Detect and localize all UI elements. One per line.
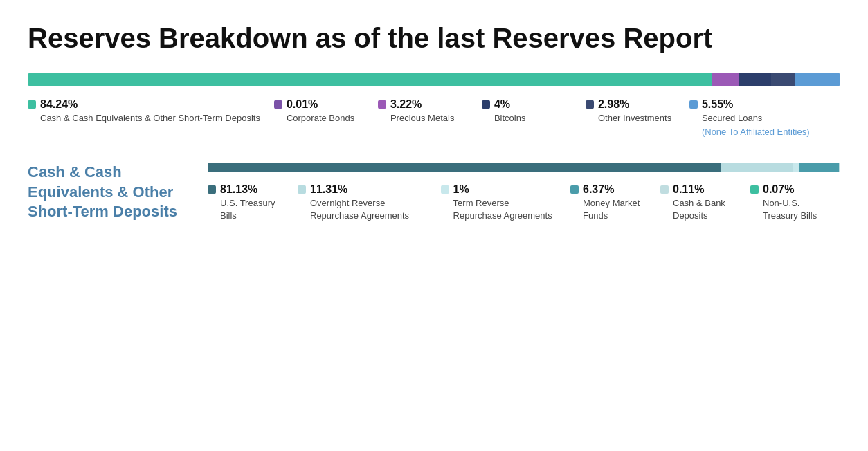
section-right: 81.13%U.S. Treasury Bills11.31%Overnight…: [208, 163, 840, 221]
page-title: Reserves Breakdown as of the last Reserv…: [28, 22, 840, 54]
legend-header: 0.07%: [750, 183, 829, 196]
legend-label: Corporate Bonds: [287, 112, 364, 125]
legend-percentage: 2.98%: [598, 98, 629, 111]
legend-percentage: 81.13%: [220, 183, 257, 196]
legend-color-dot: [689, 100, 698, 109]
legend-item: 81.13%U.S. Treasury Bills: [208, 183, 298, 221]
legend-header: 11.31%: [298, 183, 430, 196]
legend-item: 11.31%Overnight Reverse Repurchase Agree…: [298, 183, 441, 221]
legend-percentage: 5.55%: [702, 98, 733, 111]
bar-segment: [840, 163, 840, 172]
bottom-section: Cash & Cash Equivalents & Other Short-Te…: [28, 163, 840, 222]
legend-item: 0.01%Corporate Bonds: [274, 98, 378, 138]
legend-percentage: 1%: [453, 183, 469, 196]
bar-segment: [799, 163, 839, 172]
legend-percentage: 3.22%: [390, 98, 422, 111]
legend-color-dot: [298, 185, 306, 194]
top-legend: 84.24%Cash & Cash Equivalents & Other Sh…: [28, 98, 840, 138]
section-label: Cash & Cash Equivalents & Other Short-Te…: [28, 163, 208, 222]
legend-label: Precious Metals: [390, 112, 468, 125]
legend-item: 5.55%Secured Loans(None To Affiliated En…: [689, 98, 824, 138]
legend-color-dot: [441, 185, 449, 194]
legend-item: 4%Bitcoins: [482, 98, 586, 138]
legend-item: 3.22%Precious Metals: [378, 98, 482, 138]
legend-label: U.S. Treasury Bills: [220, 197, 287, 221]
bar-segment: [721, 163, 793, 172]
legend-color-dot: [750, 185, 759, 194]
legend-item: 0.11%Cash & Bank Deposits: [660, 183, 750, 221]
legend-label: Non-U.S. Treasury Bills: [763, 197, 829, 221]
legend-header: 84.24%: [28, 98, 260, 111]
legend-header: 4%: [482, 98, 572, 111]
legend-color-dot: [208, 185, 216, 194]
legend-label: Cash & Bank Deposits: [673, 197, 739, 221]
bar-segment: [795, 73, 840, 86]
legend-item: 0.07%Non-U.S. Treasury Bills: [750, 183, 840, 221]
legend-label: Other Investments: [598, 112, 676, 125]
bar-segment: [208, 163, 721, 172]
legend-label: Cash & Cash Equivalents & Other Short-Te…: [40, 112, 260, 125]
legend-percentage: 84.24%: [40, 98, 78, 111]
legend-header: 0.01%: [274, 98, 364, 111]
top-bar: [28, 73, 840, 86]
bar-segment: [793, 163, 799, 172]
legend-percentage: 0.01%: [287, 98, 318, 111]
legend-header: 2.98%: [586, 98, 676, 111]
legend-label: Term Reverse Repurchase Agreements: [453, 197, 559, 221]
legend-color-dot: [570, 185, 579, 194]
legend-percentage: 4%: [494, 98, 510, 111]
legend-label: Overnight Reverse Repurchase Agreements: [310, 197, 430, 221]
legend-header: 0.11%: [660, 183, 739, 196]
legend-header: 6.37%: [570, 183, 649, 196]
bar-segment: [28, 73, 712, 86]
legend-color-dot: [482, 100, 490, 109]
bar-segment: [739, 73, 771, 86]
legend-color-dot: [586, 100, 594, 109]
legend-item: 6.37%Money Market Funds: [570, 183, 660, 221]
legend-percentage: 0.11%: [673, 183, 704, 196]
legend-item: 84.24%Cash & Cash Equivalents & Other Sh…: [28, 98, 274, 138]
legend-header: 81.13%: [208, 183, 287, 196]
legend-header: 5.55%: [689, 98, 810, 111]
legend-color-dot: [274, 100, 282, 109]
legend-label: Money Market Funds: [583, 197, 649, 221]
bar-segment: [712, 73, 739, 86]
legend-item: 1%Term Reverse Repurchase Agreements: [441, 183, 570, 221]
legend-percentage: 11.31%: [310, 183, 347, 196]
legend-header: 1%: [441, 183, 559, 196]
legend-percentage: 6.37%: [583, 183, 614, 196]
legend-color-dot: [660, 185, 669, 194]
legend-header: 3.22%: [378, 98, 468, 111]
bottom-bar: [208, 163, 840, 172]
legend-percentage: 0.07%: [763, 183, 794, 196]
bottom-legend: 81.13%U.S. Treasury Bills11.31%Overnight…: [208, 183, 840, 221]
legend-item: 2.98%Other Investments: [586, 98, 689, 138]
bar-segment: [771, 73, 795, 86]
legend-sublabel: (None To Affiliated Entities): [702, 126, 810, 138]
legend-label: Secured Loans: [702, 112, 810, 125]
legend-label: Bitcoins: [494, 112, 572, 125]
legend-color-dot: [378, 100, 386, 109]
legend-color-dot: [28, 100, 36, 109]
